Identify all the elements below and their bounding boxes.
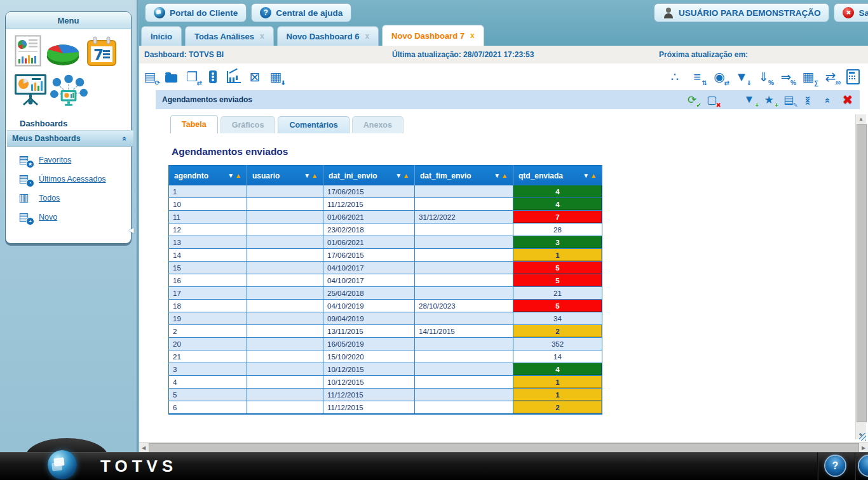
accordion-meus-dashboards[interactable]: Meus Dashboards « xyxy=(7,130,133,147)
sort-desc-icon[interactable]: ▼ xyxy=(304,172,310,179)
sidebar-item-label[interactable]: Todos xyxy=(39,194,60,203)
table-row[interactable]: 1301/06/20213 xyxy=(169,236,602,249)
sidebar-item-favoritos[interactable]: ▤★ Favoritos xyxy=(18,150,126,170)
table-row[interactable]: 511/12/20151 xyxy=(169,389,602,401)
sidebar-item-label[interactable]: Últimos Acessados xyxy=(39,175,106,183)
table-row[interactable]: 1101/06/202131/12/20227 xyxy=(169,211,602,223)
report-icon[interactable] xyxy=(15,35,41,69)
sidebar-item-novo[interactable]: ▤+ Novo xyxy=(18,208,126,227)
chevron-up-icon[interactable]: « xyxy=(120,136,130,140)
sort-asc-icon[interactable]: ▲ xyxy=(311,172,318,179)
table-row[interactable]: 117/06/20154 xyxy=(169,185,602,198)
portal-button[interactable]: Portal do Cliente xyxy=(145,3,247,22)
calendar-icon[interactable]: 7 xyxy=(86,36,118,70)
sort-asc-icon[interactable]: ▲ xyxy=(501,172,508,179)
calculator-icon[interactable] xyxy=(845,69,860,84)
cell: 04/10/2017 xyxy=(323,274,415,287)
footer-help-icon[interactable]: ? xyxy=(825,456,845,476)
tab-novo-dashboard-7[interactable]: Novo Dashboard 7 x xyxy=(382,25,484,46)
table-row[interactable]: 1725/04/201821 xyxy=(169,287,602,300)
logout-button[interactable]: ✖ Sair xyxy=(834,3,868,22)
close-icon[interactable]: x xyxy=(470,31,475,40)
filter-funnel-icon[interactable]: ▼⇓ xyxy=(734,69,749,84)
tab-label: Comentários xyxy=(289,121,337,130)
table-row[interactable]: 2016/05/2019352 xyxy=(169,338,602,350)
column-header-agendnto[interactable]: agendnto▼▲ xyxy=(169,166,247,186)
collapse-up-icon[interactable]: « xyxy=(821,93,835,107)
sidebar-item-label[interactable]: Favoritos xyxy=(39,156,71,164)
vertical-scroll-thumb[interactable] xyxy=(857,124,867,422)
column-header-dat-fim-envio[interactable]: dat_fim_envio▼▲ xyxy=(415,166,513,186)
tab-inicio[interactable]: Início xyxy=(141,26,182,46)
refresh-icon[interactable]: ⟳✔ xyxy=(685,93,699,107)
open-folder-icon[interactable] xyxy=(163,69,179,84)
user-button[interactable]: USUÁRIO PARA DEMONSTRAÇÃO xyxy=(654,3,830,22)
scroll-left-arrow[interactable]: ◀ xyxy=(139,443,148,453)
column-header-dat-ini-envio[interactable]: dat_ini_envio▼▲ xyxy=(323,166,415,186)
sidebar-collapse-handle[interactable]: ◀ xyxy=(128,226,133,234)
sort-desc-icon[interactable]: ▼ xyxy=(395,172,402,179)
refresh-report-icon[interactable]: ▤⟳ xyxy=(142,69,158,84)
percent-column-icon[interactable]: ⇓% xyxy=(756,69,771,84)
scroll-up-arrow[interactable]: ▲ xyxy=(856,114,866,123)
sidebar-item-label[interactable]: Novo xyxy=(39,213,57,222)
qty-cell: 34 xyxy=(513,312,602,325)
table-row[interactable]: 213/11/201514/11/20152 xyxy=(169,325,602,338)
table-row[interactable]: 1604/10/20175 xyxy=(169,274,602,287)
sort-desc-icon[interactable]: ▼ xyxy=(227,172,234,179)
cell xyxy=(247,363,323,376)
table-row[interactable]: 410/12/20151 xyxy=(169,376,602,389)
tab-novo-dashboard-6[interactable]: Novo Dashboard 6 x xyxy=(277,26,379,46)
tab-tabela[interactable]: Tabela xyxy=(170,115,218,133)
table-row[interactable]: 1011/12/20154 xyxy=(169,198,602,211)
column-header-qtd-enviada[interactable]: qtd_enviada▼▲ xyxy=(513,166,602,186)
table-export-icon[interactable]: ▦⬇ xyxy=(268,69,283,84)
table-row[interactable]: 2115/10/202014 xyxy=(169,350,602,363)
tab-graficos: Gráficos xyxy=(220,116,276,133)
table-row[interactable]: 310/12/20154 xyxy=(169,363,602,376)
tab-comentarios[interactable]: Comentários xyxy=(278,116,349,133)
column-header-usuario[interactable]: usuario▼▲ xyxy=(247,166,323,186)
show-hide-icon[interactable]: ◉⇄ xyxy=(712,69,727,84)
table-row[interactable]: 611/12/20152 xyxy=(169,401,602,415)
tab-todas-analises[interactable]: Todas Análises x xyxy=(185,26,274,46)
sidebar-item-ultimos-acessados[interactable]: ▤◔ Últimos Acessados xyxy=(18,170,126,189)
sort-desc-icon[interactable]: ▼ xyxy=(583,172,589,179)
presentation-icon[interactable] xyxy=(13,73,48,109)
sort-asc-icon[interactable]: ▲ xyxy=(235,172,241,179)
horizontal-scrollbar[interactable]: ◀ ▶ xyxy=(139,442,868,453)
vertical-scrollbar[interactable]: ▲ ▼ xyxy=(855,114,866,439)
sort-columns-icon[interactable]: ≡⇅ xyxy=(689,69,705,84)
transfer-panel-icon[interactable]: ❐⇄ xyxy=(184,69,200,84)
close-icon[interactable]: x xyxy=(260,32,264,41)
table-row[interactable]: 1909/04/201934 xyxy=(169,312,602,325)
semaphore-icon[interactable] xyxy=(205,69,220,84)
add-favorite-icon[interactable]: ★+ xyxy=(762,93,776,107)
totalizer-icon[interactable]: ▦∑ xyxy=(801,69,816,84)
table-row[interactable]: 1223/02/201828 xyxy=(169,223,602,236)
menu-panel-header[interactable]: Menu xyxy=(6,12,131,29)
sort-asc-icon[interactable]: ▲ xyxy=(590,172,597,179)
help-center-button[interactable]: ? Central de ajuda xyxy=(251,3,351,22)
sort-asc-icon[interactable]: ▲ xyxy=(403,172,409,179)
resize-corner[interactable] xyxy=(859,433,866,441)
chart-icon[interactable] xyxy=(226,69,241,84)
minimize-icon[interactable]: »« xyxy=(801,93,815,107)
table-row[interactable]: 1417/06/20151 xyxy=(169,249,602,262)
sidebar-item-todos[interactable]: ▥ Todos xyxy=(18,189,126,208)
percent-row-icon[interactable]: ⇒% xyxy=(778,69,794,84)
close-window-icon[interactable]: ▢✖ xyxy=(705,93,719,107)
pie-chart-icon[interactable] xyxy=(45,40,81,69)
scroll-right-arrow[interactable]: ▶ xyxy=(859,443,868,453)
add-filter-icon[interactable]: ▼+ xyxy=(742,93,756,107)
table-row[interactable]: 1504/10/20175 xyxy=(169,262,602,274)
sort-desc-icon[interactable]: ▼ xyxy=(494,172,500,179)
excel-export-icon[interactable]: ⊠ xyxy=(247,69,262,84)
close-panel-icon[interactable]: ✖ xyxy=(841,93,855,107)
table-row[interactable]: 1804/10/201928/10/20235 xyxy=(169,300,602,312)
edit-icon[interactable]: ▤✎ xyxy=(782,93,796,107)
decimal-places-icon[interactable]: ⇄.00 xyxy=(823,69,838,84)
hierarchy-icon[interactable]: ∴ xyxy=(667,69,682,84)
close-icon[interactable]: x xyxy=(365,32,369,41)
bi-network-icon[interactable] xyxy=(49,74,88,111)
